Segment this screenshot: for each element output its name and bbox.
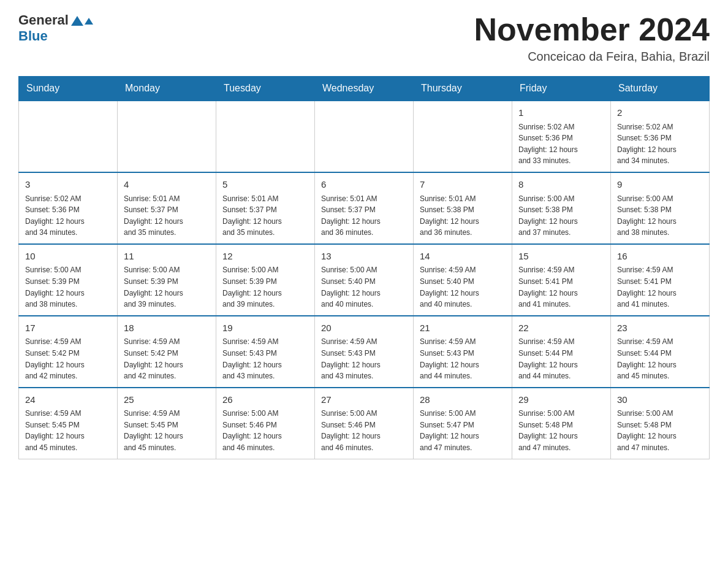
table-row: 17Sunrise: 4:59 AM Sunset: 5:42 PM Dayli…	[19, 316, 118, 388]
table-row: 24Sunrise: 4:59 AM Sunset: 5:45 PM Dayli…	[19, 388, 118, 459]
logo: General Blue	[18, 12, 93, 44]
table-row	[118, 101, 216, 172]
calendar-week-row: 24Sunrise: 4:59 AM Sunset: 5:45 PM Dayli…	[19, 388, 710, 459]
table-row	[315, 101, 414, 172]
day-info: Sunrise: 5:00 AM Sunset: 5:39 PM Dayligh…	[25, 264, 111, 310]
logo-general-text: General	[18, 12, 69, 28]
table-row: 7Sunrise: 5:01 AM Sunset: 5:38 PM Daylig…	[414, 172, 512, 244]
col-friday: Friday	[512, 77, 611, 101]
day-number: 16	[617, 250, 703, 264]
table-row: 13Sunrise: 5:00 AM Sunset: 5:40 PM Dayli…	[315, 244, 414, 316]
table-row: 20Sunrise: 4:59 AM Sunset: 5:43 PM Dayli…	[315, 316, 414, 388]
table-row: 18Sunrise: 4:59 AM Sunset: 5:42 PM Dayli…	[118, 316, 216, 388]
table-row: 22Sunrise: 4:59 AM Sunset: 5:44 PM Dayli…	[512, 316, 611, 388]
table-row: 9Sunrise: 5:00 AM Sunset: 5:38 PM Daylig…	[611, 172, 710, 244]
table-row: 2Sunrise: 5:02 AM Sunset: 5:36 PM Daylig…	[611, 101, 710, 172]
col-monday: Monday	[118, 77, 216, 101]
day-number: 29	[518, 393, 604, 407]
table-row: 1Sunrise: 5:02 AM Sunset: 5:36 PM Daylig…	[512, 101, 611, 172]
day-number: 28	[420, 393, 506, 407]
table-row: 14Sunrise: 4:59 AM Sunset: 5:40 PM Dayli…	[414, 244, 512, 316]
logo-triangle-small-icon	[85, 18, 93, 25]
day-info: Sunrise: 4:59 AM Sunset: 5:43 PM Dayligh…	[321, 336, 407, 381]
table-row: 11Sunrise: 5:00 AM Sunset: 5:39 PM Dayli…	[118, 244, 216, 316]
day-number: 5	[222, 178, 308, 192]
day-info: Sunrise: 5:02 AM Sunset: 5:36 PM Dayligh…	[617, 121, 703, 167]
day-info: Sunrise: 5:01 AM Sunset: 5:37 PM Dayligh…	[222, 193, 308, 239]
day-info: Sunrise: 5:00 AM Sunset: 5:40 PM Dayligh…	[321, 264, 407, 310]
calendar-header-row: Sunday Monday Tuesday Wednesday Thursday…	[19, 77, 710, 101]
calendar-week-row: 3Sunrise: 5:02 AM Sunset: 5:36 PM Daylig…	[19, 172, 710, 244]
calendar-week-row: 17Sunrise: 4:59 AM Sunset: 5:42 PM Dayli…	[19, 316, 710, 388]
day-number: 11	[124, 250, 210, 264]
location-subtitle: Conceicao da Feira, Bahia, Brazil	[474, 50, 710, 64]
day-info: Sunrise: 4:59 AM Sunset: 5:41 PM Dayligh…	[617, 264, 703, 310]
day-number: 10	[25, 250, 111, 264]
table-row: 21Sunrise: 4:59 AM Sunset: 5:43 PM Dayli…	[414, 316, 512, 388]
day-info: Sunrise: 4:59 AM Sunset: 5:44 PM Dayligh…	[518, 336, 604, 381]
table-row: 25Sunrise: 4:59 AM Sunset: 5:45 PM Dayli…	[118, 388, 216, 459]
day-info: Sunrise: 4:59 AM Sunset: 5:45 PM Dayligh…	[124, 408, 210, 453]
day-number: 25	[124, 393, 210, 407]
day-info: Sunrise: 5:01 AM Sunset: 5:38 PM Dayligh…	[420, 193, 506, 239]
day-number: 4	[124, 178, 210, 192]
day-info: Sunrise: 4:59 AM Sunset: 5:43 PM Dayligh…	[420, 336, 506, 381]
day-info: Sunrise: 5:02 AM Sunset: 5:36 PM Dayligh…	[25, 193, 111, 239]
day-info: Sunrise: 4:59 AM Sunset: 5:45 PM Dayligh…	[25, 408, 111, 453]
day-info: Sunrise: 5:01 AM Sunset: 5:37 PM Dayligh…	[124, 193, 210, 239]
day-number: 27	[321, 393, 407, 407]
day-info: Sunrise: 4:59 AM Sunset: 5:44 PM Dayligh…	[617, 336, 703, 381]
table-row	[414, 101, 512, 172]
table-row: 27Sunrise: 5:00 AM Sunset: 5:46 PM Dayli…	[315, 388, 414, 459]
table-row: 16Sunrise: 4:59 AM Sunset: 5:41 PM Dayli…	[611, 244, 710, 316]
day-number: 3	[25, 178, 111, 192]
day-number: 13	[321, 250, 407, 264]
day-info: Sunrise: 4:59 AM Sunset: 5:42 PM Dayligh…	[124, 336, 210, 381]
day-number: 1	[518, 106, 604, 120]
table-row: 8Sunrise: 5:00 AM Sunset: 5:38 PM Daylig…	[512, 172, 611, 244]
day-info: Sunrise: 5:01 AM Sunset: 5:37 PM Dayligh…	[321, 193, 407, 239]
month-year-title: November 2024	[474, 12, 710, 47]
table-row: 5Sunrise: 5:01 AM Sunset: 5:37 PM Daylig…	[216, 172, 315, 244]
day-info: Sunrise: 5:00 AM Sunset: 5:46 PM Dayligh…	[222, 408, 308, 453]
page-header: General Blue November 2024 Conceicao da …	[18, 12, 710, 64]
table-row: 26Sunrise: 5:00 AM Sunset: 5:46 PM Dayli…	[216, 388, 315, 459]
day-info: Sunrise: 5:00 AM Sunset: 5:38 PM Dayligh…	[617, 193, 703, 239]
day-number: 19	[222, 321, 308, 335]
calendar-table: Sunday Monday Tuesday Wednesday Thursday…	[18, 76, 710, 459]
day-number: 8	[518, 178, 604, 192]
day-info: Sunrise: 4:59 AM Sunset: 5:40 PM Dayligh…	[420, 264, 506, 310]
day-info: Sunrise: 4:59 AM Sunset: 5:43 PM Dayligh…	[222, 336, 308, 381]
day-info: Sunrise: 5:00 AM Sunset: 5:48 PM Dayligh…	[617, 408, 703, 453]
table-row: 15Sunrise: 4:59 AM Sunset: 5:41 PM Dayli…	[512, 244, 611, 316]
table-row: 12Sunrise: 5:00 AM Sunset: 5:39 PM Dayli…	[216, 244, 315, 316]
day-number: 17	[25, 321, 111, 335]
day-number: 20	[321, 321, 407, 335]
day-info: Sunrise: 5:00 AM Sunset: 5:47 PM Dayligh…	[420, 408, 506, 453]
table-row	[19, 101, 118, 172]
day-info: Sunrise: 5:02 AM Sunset: 5:36 PM Dayligh…	[518, 121, 604, 167]
day-number: 14	[420, 250, 506, 264]
title-block: November 2024 Conceicao da Feira, Bahia,…	[474, 12, 710, 64]
table-row: 28Sunrise: 5:00 AM Sunset: 5:47 PM Dayli…	[414, 388, 512, 459]
table-row: 4Sunrise: 5:01 AM Sunset: 5:37 PM Daylig…	[118, 172, 216, 244]
col-tuesday: Tuesday	[216, 77, 315, 101]
day-info: Sunrise: 5:00 AM Sunset: 5:46 PM Dayligh…	[321, 408, 407, 453]
day-number: 2	[617, 106, 703, 120]
table-row: 19Sunrise: 4:59 AM Sunset: 5:43 PM Dayli…	[216, 316, 315, 388]
day-info: Sunrise: 5:00 AM Sunset: 5:48 PM Dayligh…	[518, 408, 604, 453]
col-saturday: Saturday	[611, 77, 710, 101]
day-info: Sunrise: 5:00 AM Sunset: 5:38 PM Dayligh…	[518, 193, 604, 239]
day-info: Sunrise: 5:00 AM Sunset: 5:39 PM Dayligh…	[124, 264, 210, 310]
calendar-week-row: 1Sunrise: 5:02 AM Sunset: 5:36 PM Daylig…	[19, 101, 710, 172]
day-number: 12	[222, 250, 308, 264]
day-number: 26	[222, 393, 308, 407]
day-info: Sunrise: 4:59 AM Sunset: 5:41 PM Dayligh…	[518, 264, 604, 310]
table-row: 6Sunrise: 5:01 AM Sunset: 5:37 PM Daylig…	[315, 172, 414, 244]
day-number: 9	[617, 178, 703, 192]
table-row: 10Sunrise: 5:00 AM Sunset: 5:39 PM Dayli…	[19, 244, 118, 316]
table-row	[216, 101, 315, 172]
calendar-week-row: 10Sunrise: 5:00 AM Sunset: 5:39 PM Dayli…	[19, 244, 710, 316]
table-row: 23Sunrise: 4:59 AM Sunset: 5:44 PM Dayli…	[611, 316, 710, 388]
logo-blue-text: Blue	[18, 28, 48, 44]
